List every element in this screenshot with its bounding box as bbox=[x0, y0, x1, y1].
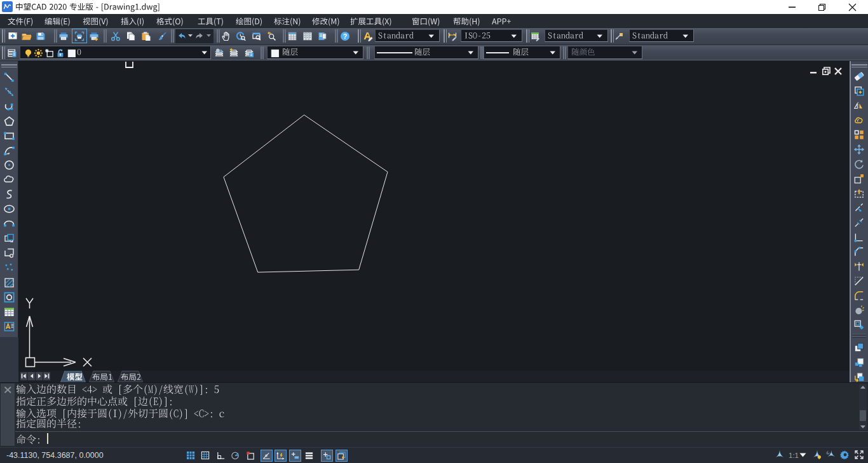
svg-text:?: ? bbox=[342, 32, 346, 40]
